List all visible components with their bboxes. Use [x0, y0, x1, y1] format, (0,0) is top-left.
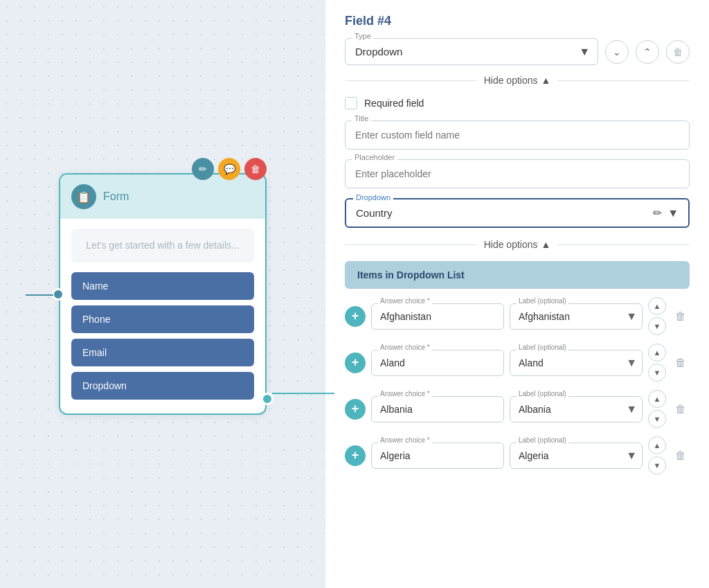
- comment-button[interactable]: 💬: [218, 158, 240, 180]
- label-optional-label-2: Label (optional): [517, 390, 568, 398]
- answer-choice-input-3[interactable]: [371, 443, 504, 469]
- label-select-group-0: Label (optional) Afghanistan ▼: [510, 303, 643, 330]
- field-number: Field #4: [345, 14, 690, 28]
- form-icon: 📋: [71, 184, 96, 209]
- title-label: Title: [352, 114, 371, 123]
- answer-row-0: + Answer choice * Label (optional) Afgha…: [345, 297, 690, 335]
- answer-input-group-0: Answer choice *: [371, 303, 504, 330]
- dropdown-field-icons: ✏ ▼: [653, 206, 679, 220]
- move-down-1-button[interactable]: ▼: [648, 364, 666, 382]
- move-up-1-button[interactable]: ▲: [648, 344, 666, 362]
- edit-button[interactable]: ✏: [192, 158, 214, 180]
- placeholder-input-group: Placeholder: [345, 159, 690, 188]
- answer-input-group-3: Answer choice *: [371, 443, 504, 469]
- chevron-up-icon2: ▲: [541, 239, 550, 250]
- answer-choice-input-1[interactable]: [371, 350, 504, 376]
- trash-1-button[interactable]: 🗑: [672, 354, 690, 372]
- move-down-2-button[interactable]: ▼: [648, 410, 666, 428]
- dropdown-field-value: Country: [356, 207, 393, 219]
- form-description: Let's get started with a few details...: [71, 229, 254, 262]
- form-field-list: Name Phone Email Dropdown: [60, 272, 265, 400]
- answer-choice-input-0[interactable]: [371, 303, 504, 330]
- label-select-group-3: Label (optional) Algeria ▼: [510, 443, 643, 469]
- form-card-actions: ✏ 💬 🗑: [192, 158, 267, 180]
- edit-dropdown-icon[interactable]: ✏: [653, 206, 662, 220]
- placeholder-input[interactable]: [345, 159, 690, 188]
- row-actions-0: ▲ ▼: [648, 297, 666, 335]
- type-row: Type Dropdown ▼ ⌄ ⌃ 🗑: [345, 38, 690, 65]
- dropdown-field-group[interactable]: Dropdown Country ✏ ▼: [345, 198, 690, 228]
- connector-right: [261, 393, 273, 405]
- connector-line-left: [26, 294, 53, 296]
- move-down-button[interactable]: ⌄: [605, 40, 629, 64]
- dropdown-field-label: Dropdown: [353, 193, 393, 202]
- move-down-3-button[interactable]: ▼: [648, 456, 666, 474]
- form-card-title: Form: [103, 190, 129, 203]
- hide-options-row-bottom: Hide options ▲: [345, 239, 690, 250]
- answer-choice-label-3: Answer choice *: [378, 436, 432, 444]
- move-up-0-button[interactable]: ▲: [648, 297, 666, 315]
- answer-row-2: + Answer choice * Label (optional) Alban…: [345, 390, 690, 428]
- type-select[interactable]: Dropdown: [345, 38, 598, 65]
- row-actions-3: ▲ ▼: [648, 436, 666, 474]
- label-optional-label-0: Label (optional): [517, 297, 568, 305]
- move-down-0-button[interactable]: ▼: [648, 317, 666, 335]
- answer-input-group-2: Answer choice *: [371, 396, 504, 422]
- form-field-phone[interactable]: Phone: [71, 305, 254, 333]
- label-select-0[interactable]: Afghanistan: [510, 303, 643, 330]
- hide-options-label-bottom[interactable]: Hide options ▲: [484, 239, 551, 250]
- label-optional-label-1: Label (optional): [517, 344, 568, 351]
- add-answer-2-button[interactable]: +: [345, 399, 366, 420]
- placeholder-label: Placeholder: [352, 153, 397, 161]
- add-answer-1-button[interactable]: +: [345, 353, 366, 373]
- trash-0-button[interactable]: 🗑: [672, 308, 690, 326]
- label-select-3[interactable]: Algeria: [510, 443, 643, 469]
- form-card-header: 📋 Form: [60, 175, 265, 219]
- answer-row-3: + Answer choice * Label (optional) Alger…: [345, 436, 690, 474]
- connector-line-right: [272, 393, 334, 394]
- label-select-group-2: Label (optional) Albania ▼: [510, 396, 643, 422]
- trash-2-button[interactable]: 🗑: [672, 400, 690, 418]
- dropdown-list-header: Items in Dropdown List: [345, 261, 690, 289]
- label-select-1[interactable]: Aland: [510, 350, 643, 376]
- move-up-3-button[interactable]: ▲: [648, 436, 666, 454]
- answer-choice-input-2[interactable]: [371, 396, 504, 422]
- add-answer-3-button[interactable]: +: [345, 445, 366, 466]
- form-field-dropdown[interactable]: Dropdown: [71, 372, 254, 400]
- form-card-wrapper: ✏ 💬 🗑 📋 Form Let's get started with a fe…: [59, 173, 267, 415]
- answer-choice-label-1: Answer choice *: [378, 344, 432, 351]
- move-up-2-button[interactable]: ▲: [648, 390, 666, 408]
- answer-choice-label-2: Answer choice *: [378, 390, 432, 398]
- required-checkbox[interactable]: [345, 97, 357, 109]
- divider-left: [345, 80, 477, 81]
- label-select-2[interactable]: Albania: [510, 396, 643, 422]
- trash-3-button[interactable]: 🗑: [672, 447, 690, 465]
- hide-options-row-top: Hide options ▲: [345, 75, 690, 86]
- hide-options-label-top[interactable]: Hide options ▲: [484, 75, 551, 86]
- answer-rows: + Answer choice * Label (optional) Afgha…: [345, 297, 690, 474]
- title-input[interactable]: [345, 121, 690, 150]
- required-row: Required field: [345, 97, 690, 109]
- answer-input-group-1: Answer choice *: [371, 350, 504, 376]
- divider-left2: [345, 244, 477, 245]
- type-select-wrapper: Type Dropdown ▼: [345, 38, 598, 65]
- expand-dropdown-icon[interactable]: ▼: [667, 207, 679, 220]
- add-answer-0-button[interactable]: +: [345, 306, 366, 327]
- divider-right: [557, 80, 690, 81]
- trash-type-button[interactable]: 🗑: [666, 40, 690, 64]
- answer-row-1: + Answer choice * Label (optional) Aland…: [345, 344, 690, 382]
- delete-button[interactable]: 🗑: [244, 158, 267, 180]
- label-select-group-1: Label (optional) Aland ▼: [510, 350, 643, 376]
- title-input-group: Title: [345, 121, 690, 150]
- label-optional-label-3: Label (optional): [517, 436, 568, 444]
- form-field-email[interactable]: Email: [71, 339, 254, 366]
- form-field-name[interactable]: Name: [71, 272, 254, 300]
- form-card: 📋 Form Let's get started with a few deta…: [59, 173, 267, 415]
- divider-right2: [557, 244, 690, 245]
- type-label: Type: [352, 32, 374, 40]
- answer-choice-label-0: Answer choice *: [378, 297, 432, 305]
- move-up-button[interactable]: ⌃: [636, 40, 659, 64]
- right-panel: Field #4 Type Dropdown ▼ ⌄ ⌃ 🗑 Hide opti…: [325, 0, 709, 588]
- canvas-area: ✏ 💬 🗑 📋 Form Let's get started with a fe…: [0, 0, 325, 588]
- required-label: Required field: [364, 98, 424, 109]
